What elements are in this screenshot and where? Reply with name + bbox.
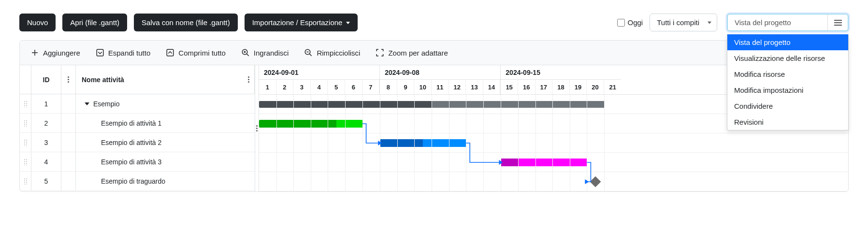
grip-icon: [24, 120, 28, 127]
grip-icon: [24, 139, 28, 146]
zoom-in-label: Ingrandisci: [254, 49, 289, 57]
drag-handle[interactable]: [20, 114, 31, 132]
menu-icon[interactable]: [827, 14, 848, 30]
day-cell: 8: [380, 80, 397, 94]
task-filter-value: Tutti i compiti: [650, 14, 717, 31]
gantt-task-bar[interactable]: [501, 159, 587, 166]
topbar: Nuovo Apri (file .gantt) Salva con nome …: [0, 0, 868, 40]
week-col: 2024-09-011234567: [259, 65, 380, 94]
spacer: [61, 172, 76, 190]
task-name: Esempio di attività 3: [101, 158, 161, 166]
chart-row: [259, 133, 848, 153]
drag-handle[interactable]: [20, 172, 31, 190]
task-id: 1: [31, 94, 61, 113]
task-id: 3: [31, 133, 61, 152]
gantt-group-bar[interactable]: [259, 101, 604, 108]
drag-handle[interactable]: [20, 133, 31, 152]
task-name: Esempio di attività 2: [101, 139, 161, 146]
zoom-fit-button[interactable]: Zoom per adattare: [375, 46, 448, 59]
grip-icon: [24, 101, 28, 107]
task-name: Esempio di traguardo: [101, 177, 165, 185]
task-name-cell[interactable]: Esempio di attività 2: [76, 133, 255, 152]
task-row[interactable]: 1Esempio: [20, 94, 255, 114]
zoom-in-icon: [241, 48, 250, 57]
zoom-out-button[interactable]: Rimpicciolisci: [303, 46, 361, 59]
gantt-task-bar[interactable]: [380, 139, 466, 147]
today-checkbox-input[interactable]: [617, 19, 625, 27]
expand-icon: [96, 48, 104, 57]
task-row[interactable]: 3Esempio di attività 2: [20, 133, 255, 152]
zoom-fit-icon: [376, 48, 384, 57]
task-grid: ID Nome attività 1Esempio2Esempio di att…: [20, 65, 255, 191]
day-cell: 9: [397, 80, 415, 94]
drag-handle[interactable]: [20, 152, 31, 171]
zoom-in-button[interactable]: Ingrandisci: [240, 46, 290, 59]
task-row[interactable]: 5Esempio di traguardo: [20, 172, 255, 191]
task-name: Esempio: [93, 100, 119, 108]
zoom-fit-label: Zoom per adattare: [388, 49, 448, 57]
task-name-cell[interactable]: Esempio di traguardo: [76, 172, 255, 190]
week-col: 2024-09-08891011121314: [380, 65, 501, 94]
view-select[interactable]: Vista del progetto: [727, 14, 849, 31]
day-cell: 2: [276, 80, 294, 94]
day-cell: 3: [293, 80, 311, 94]
spacer: [61, 94, 76, 113]
save-as-button[interactable]: Salva con nome (file .gantt): [134, 14, 238, 31]
chart-row: [259, 172, 848, 191]
id-col-header: ID: [31, 65, 61, 94]
drag-handle[interactable]: [20, 94, 31, 113]
view-dropdown-item[interactable]: Visualizzazione delle risorse: [727, 50, 848, 66]
day-cell: 13: [466, 80, 483, 94]
task-row[interactable]: 2Esempio di attività 1: [20, 114, 255, 133]
view-dropdown-item[interactable]: Modifica impostazioni: [727, 82, 848, 98]
view-dropdown-item[interactable]: Revisioni: [727, 114, 848, 130]
task-id: 4: [31, 152, 61, 171]
day-cell: 20: [587, 80, 604, 94]
task-name-cell[interactable]: Esempio di attività 3: [76, 152, 255, 171]
gantt-container: Aggiungere Espandi tutto Comprimi tutto …: [19, 40, 849, 192]
view-dropdown-item[interactable]: Condividere: [727, 98, 848, 114]
collapse-all-label: Comprimi tutto: [178, 49, 226, 57]
kebab-icon[interactable]: [248, 76, 249, 83]
zoom-out-icon: [304, 48, 313, 57]
week-col: 2024-09-1515161718192021: [501, 65, 621, 94]
view-dropdown-item[interactable]: Vista del progetto: [727, 34, 848, 50]
day-cell: 6: [345, 80, 362, 94]
chart-row: [259, 153, 848, 172]
view-dropdown-item[interactable]: Modifica risorse: [727, 66, 848, 82]
expand-all-button[interactable]: Espandi tutto: [95, 46, 152, 59]
add-task-label: Aggiungere: [43, 49, 80, 57]
day-cell: 4: [311, 80, 328, 94]
day-cell: 14: [483, 80, 501, 94]
day-cell: 15: [501, 80, 518, 94]
open-button[interactable]: Apri (file .gantt): [62, 14, 127, 31]
day-cell: 7: [362, 80, 380, 94]
gantt-task-bar[interactable]: [259, 120, 362, 128]
week-label: 2024-09-08: [380, 65, 500, 80]
today-checkbox[interactable]: Oggi: [617, 18, 643, 27]
id-col-menu[interactable]: [61, 65, 76, 94]
import-export-button[interactable]: Importazione / Esportazione: [245, 14, 358, 31]
task-grid-header: ID Nome attività: [20, 65, 255, 94]
milestone-diamond[interactable]: [590, 176, 601, 188]
day-cell: 5: [328, 80, 345, 94]
caret-down-icon[interactable]: [85, 102, 89, 105]
collapse-all-button[interactable]: Comprimi tutto: [165, 46, 227, 59]
task-name: Esempio di attività 1: [101, 119, 161, 127]
gantt-toolbar: Aggiungere Espandi tutto Comprimi tutto …: [20, 41, 848, 65]
pane-splitter[interactable]: [255, 65, 259, 191]
day-cell: 17: [535, 80, 553, 94]
task-name-cell[interactable]: Esempio di attività 1: [76, 114, 255, 132]
add-task-button[interactable]: Aggiungere: [29, 46, 81, 59]
task-name-cell[interactable]: Esempio: [76, 94, 255, 113]
day-cell: 12: [449, 80, 466, 94]
new-button[interactable]: Nuovo: [19, 14, 56, 31]
day-cell: 10: [414, 80, 432, 94]
task-filter-select[interactable]: Tutti i compiti: [650, 14, 717, 31]
task-row[interactable]: 4Esempio di attività 3: [20, 152, 255, 172]
view-dropdown: Vista del progettoVisualizzazione delle …: [727, 34, 849, 130]
day-cell: 19: [570, 80, 587, 94]
plus-icon: [30, 48, 39, 57]
grip-icon: [256, 125, 258, 131]
kebab-icon: [68, 76, 69, 83]
